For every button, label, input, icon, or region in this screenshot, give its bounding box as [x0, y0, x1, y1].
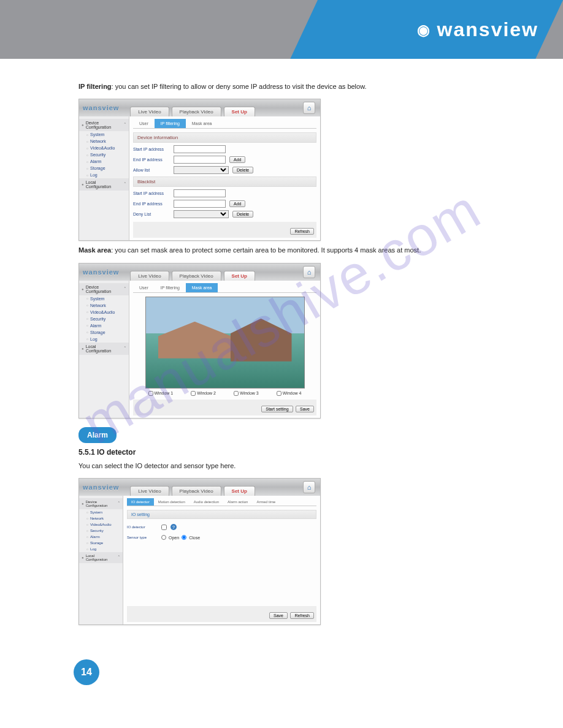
- tab-live-video-2[interactable]: Live Video: [130, 271, 169, 281]
- app-logo-3: wansview: [83, 483, 119, 491]
- sidebar-item-network-2[interactable]: Network: [79, 302, 129, 309]
- tab-playback-video-3[interactable]: Playback Video: [172, 486, 221, 496]
- label-deny-list: Deny List: [133, 212, 170, 216]
- sidebar-item-network-3[interactable]: Network: [79, 515, 123, 521]
- subtab-ip-filtering-2[interactable]: IP filtering: [155, 283, 186, 292]
- sidebar-item-alarm-2[interactable]: Alarm: [79, 322, 129, 329]
- check-window-1[interactable]: Window 1: [148, 391, 174, 396]
- start-setting-button[interactable]: Start setting: [261, 406, 293, 412]
- sidebar-group-device-config-3[interactable]: Device Configuration˄: [79, 498, 123, 509]
- sidebar-item-video-audio[interactable]: Video&Audio: [79, 145, 129, 151]
- tab-set-up-2[interactable]: Set Up: [224, 271, 255, 281]
- row-start-ip-allow: Start IP address: [133, 145, 316, 153]
- input-end-ip-deny[interactable]: [174, 200, 226, 208]
- save-io-button[interactable]: Save: [269, 612, 288, 619]
- sidebar-item-log[interactable]: Log: [79, 172, 129, 178]
- app-topbar-2: wansview Live Video Playback Video Set U…: [79, 264, 320, 281]
- check-window-4[interactable]: Window 4: [277, 391, 302, 396]
- tab-live-video-3[interactable]: Live Video: [130, 486, 169, 496]
- subtab-io-detector[interactable]: IO detector: [127, 498, 154, 506]
- screenshot-mask-area: wansview Live Video Playback Video Set U…: [79, 263, 321, 419]
- sidebar-item-security-2[interactable]: Security: [79, 316, 129, 322]
- radio-open[interactable]: [161, 535, 166, 540]
- input-start-ip-deny[interactable]: [174, 189, 226, 197]
- select-allow-list[interactable]: [174, 166, 229, 174]
- footer-bar-1: Refresh: [133, 222, 316, 238]
- subtabs-security: User IP filtering Mask area: [133, 119, 316, 129]
- sidebar-item-alarm[interactable]: Alarm: [79, 158, 129, 165]
- delete-allow-button[interactable]: Delete: [232, 167, 253, 173]
- sidebar-group-local-config-2[interactable]: Local Configuration˄: [79, 343, 129, 355]
- delete-deny-button[interactable]: Delete: [232, 211, 253, 218]
- mask-preview-image[interactable]: [145, 297, 305, 389]
- sidebar-item-security-3[interactable]: Security: [79, 528, 123, 534]
- sidebar-item-alarm-3[interactable]: Alarm: [79, 534, 123, 540]
- subtab-mask-area-2[interactable]: Mask area: [186, 283, 218, 292]
- subtab-alarm-action[interactable]: Alarm action: [223, 498, 252, 506]
- home-icon[interactable]: ⌂: [303, 102, 315, 114]
- checkbox-window-4[interactable]: [277, 391, 282, 396]
- sidebar-group-local-config[interactable]: Local Configuration˄: [79, 178, 129, 191]
- sidebar-group-device-config-2[interactable]: Device Configuration˄: [79, 283, 129, 295]
- subtabs-security-2: User IP filtering Mask area: [133, 283, 316, 293]
- tab-set-up-3[interactable]: Set Up: [224, 486, 255, 496]
- label-end-ip-deny: End IP address: [133, 202, 170, 206]
- sidebar-item-network[interactable]: Network: [79, 138, 129, 145]
- select-deny-list[interactable]: [174, 210, 229, 218]
- screenshot-io-detector: wansview Live Video Playback Video Set U…: [79, 478, 321, 625]
- refresh-button-1[interactable]: Refresh: [290, 228, 314, 235]
- input-end-ip-allow[interactable]: [174, 156, 226, 164]
- check-window-2[interactable]: Window 2: [191, 391, 216, 396]
- help-icon[interactable]: ?: [170, 524, 177, 530]
- sidebar-item-log-3[interactable]: Log: [79, 546, 123, 552]
- add-allow-button[interactable]: Add: [229, 156, 245, 163]
- row-allow-list: Allow list Delete: [133, 166, 316, 174]
- save-mask-button[interactable]: Save: [296, 406, 314, 412]
- page-content: manualshive.com IP filtering: you can se…: [0, 59, 563, 703]
- home-icon-3[interactable]: ⌂: [303, 481, 315, 493]
- row-sensor-type: Sensor type Open Close: [127, 535, 316, 540]
- checkbox-window-2[interactable]: [191, 391, 196, 396]
- home-icon-2[interactable]: ⌂: [303, 266, 315, 278]
- label-io-detector: IO detector: [127, 525, 158, 529]
- subtab-motion-detection[interactable]: Motion detection: [154, 498, 190, 506]
- footer-bar-2: Start setting Save: [133, 400, 316, 415]
- sidebar-item-system[interactable]: System: [79, 131, 129, 138]
- refresh-io-button[interactable]: Refresh: [290, 612, 314, 619]
- sidebar-item-security[interactable]: Security: [79, 151, 129, 158]
- input-start-ip-allow[interactable]: [174, 145, 226, 153]
- tab-live-video[interactable]: Live Video: [130, 107, 169, 116]
- sidebar-item-log-2[interactable]: Log: [79, 336, 129, 343]
- mask-intro: Mask area: you can set mask area to prot…: [79, 246, 538, 255]
- checkbox-window-1[interactable]: [148, 391, 153, 396]
- checkbox-window-3[interactable]: [234, 391, 239, 396]
- sidebar-2: Device Configuration˄ System Network Vid…: [79, 281, 129, 418]
- label-open: Open: [169, 536, 179, 540]
- sidebar-group-device-config[interactable]: Device Configuration˄: [79, 119, 129, 131]
- subtab-audio-detection[interactable]: Audio detection: [190, 498, 223, 506]
- sidebar-item-storage-3[interactable]: Storage: [79, 540, 123, 546]
- subtab-user[interactable]: User: [133, 119, 155, 128]
- checkbox-io-detector[interactable]: [161, 525, 167, 530]
- tab-playback-video[interactable]: Playback Video: [172, 107, 221, 116]
- subtab-mask-area[interactable]: Mask area: [186, 119, 218, 128]
- sidebar-item-video-audio-2[interactable]: Video&Audio: [79, 309, 129, 316]
- sidebar-item-storage[interactable]: Storage: [79, 165, 129, 172]
- tab-playback-video-2[interactable]: Playback Video: [172, 271, 221, 281]
- sidebar-item-system-3[interactable]: System: [79, 509, 123, 515]
- sidebar-group-local-config-3[interactable]: Local Configuration˄: [79, 552, 123, 563]
- sidebar-item-video-audio-3[interactable]: Video&Audio: [79, 521, 123, 528]
- check-window-3[interactable]: Window 3: [234, 391, 259, 396]
- label-close: Close: [189, 536, 200, 540]
- io-detector-heading: 5.5.1 IO detector: [79, 448, 538, 457]
- subtab-user-2[interactable]: User: [133, 283, 155, 292]
- tab-set-up[interactable]: Set Up: [224, 107, 255, 116]
- label-start-ip-deny: Start IP address: [133, 191, 170, 195]
- subtabs-alarm: IO detector Motion detection Audio detec…: [127, 498, 316, 506]
- subtab-ip-filtering[interactable]: IP filtering: [155, 119, 186, 128]
- sidebar-item-system-2[interactable]: System: [79, 295, 129, 302]
- subtab-armed-time[interactable]: Armed time: [252, 498, 280, 506]
- radio-close[interactable]: [182, 535, 186, 540]
- sidebar-item-storage-2[interactable]: Storage: [79, 329, 129, 336]
- add-deny-button[interactable]: Add: [229, 200, 245, 207]
